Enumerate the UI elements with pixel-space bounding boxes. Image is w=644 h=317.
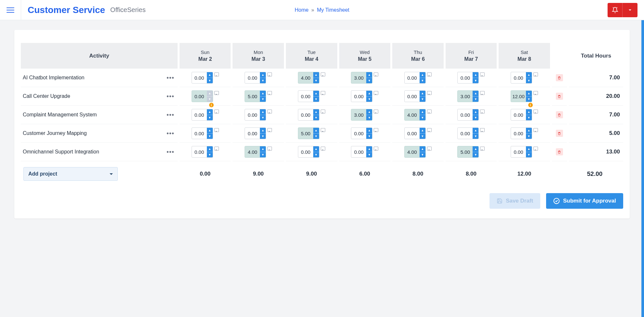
step-down-button[interactable]: ▼	[420, 97, 425, 102]
hours-input[interactable]	[245, 109, 260, 120]
step-up-button[interactable]: ▲	[420, 91, 425, 97]
step-down-button[interactable]: ▼	[260, 97, 266, 102]
step-up-button[interactable]: ▲	[526, 146, 532, 152]
step-up-button[interactable]: ▲	[473, 109, 478, 115]
step-down-button[interactable]: ▼	[526, 97, 532, 102]
hours-input[interactable]	[405, 146, 420, 157]
step-down-button[interactable]: ▼	[526, 115, 532, 121]
step-down-button[interactable]: ▼	[526, 152, 532, 158]
note-icon[interactable]	[267, 147, 272, 151]
step-down-button[interactable]: ▼	[207, 152, 213, 158]
hours-input[interactable]	[511, 91, 526, 102]
step-down-button[interactable]: ▼	[260, 78, 266, 84]
step-up-button[interactable]: ▲	[207, 146, 213, 152]
note-icon[interactable]	[427, 128, 432, 132]
hours-input[interactable]	[458, 72, 473, 83]
hours-input[interactable]	[405, 72, 420, 83]
note-icon[interactable]	[321, 110, 325, 113]
row-menu-icon[interactable]: •••	[164, 93, 177, 100]
add-project-dropdown[interactable]: Add project	[23, 167, 118, 181]
note-icon[interactable]	[480, 73, 485, 76]
submit-approval-button[interactable]: Submit for Approval	[546, 193, 623, 209]
note-icon[interactable]	[321, 128, 325, 132]
step-up-button[interactable]: ▲	[526, 109, 532, 115]
note-icon[interactable]	[533, 128, 538, 132]
note-icon[interactable]	[214, 147, 219, 151]
hours-input[interactable]	[511, 72, 526, 83]
step-up-button[interactable]: ▲	[473, 128, 478, 134]
step-up-button[interactable]: ▲	[260, 109, 266, 115]
note-icon[interactable]	[214, 73, 219, 76]
step-down-button[interactable]: ▼	[420, 78, 425, 84]
row-menu-icon[interactable]: •••	[164, 148, 177, 156]
hours-input[interactable]	[192, 146, 207, 157]
hours-input[interactable]	[405, 91, 420, 102]
hours-input[interactable]	[511, 128, 526, 139]
breadcrumb-home[interactable]: Home	[295, 7, 309, 13]
step-up-button[interactable]: ▲	[260, 91, 266, 97]
note-icon[interactable]	[533, 110, 538, 113]
notification-dropdown-button[interactable]	[623, 3, 637, 17]
hours-input[interactable]	[351, 91, 366, 102]
note-icon[interactable]	[214, 128, 219, 132]
delete-row-button[interactable]	[556, 111, 563, 118]
step-down-button[interactable]: ▼	[420, 134, 425, 139]
hours-input[interactable]	[458, 91, 473, 102]
step-down-button[interactable]: ▼	[260, 152, 266, 158]
note-icon[interactable]	[427, 110, 432, 113]
hours-input[interactable]	[351, 72, 366, 83]
hours-input[interactable]	[458, 109, 473, 120]
note-icon[interactable]	[374, 91, 378, 95]
hours-input[interactable]	[245, 146, 260, 157]
note-icon[interactable]	[480, 128, 485, 132]
step-up-button[interactable]: ▲	[473, 146, 478, 152]
step-up-button[interactable]: ▲	[366, 128, 372, 134]
step-up-button[interactable]: ▲	[473, 72, 478, 78]
step-up-button[interactable]: ▲	[420, 128, 425, 134]
note-icon[interactable]	[427, 147, 432, 151]
hours-input[interactable]	[351, 109, 366, 120]
hours-input[interactable]	[405, 109, 420, 120]
step-down-button[interactable]: ▼	[313, 134, 319, 139]
step-down-button[interactable]: ▼	[207, 134, 213, 139]
hours-input[interactable]	[192, 91, 207, 102]
note-icon[interactable]	[321, 91, 325, 95]
hours-input[interactable]	[192, 109, 207, 120]
step-up-button[interactable]: ▲	[260, 128, 266, 134]
step-up-button[interactable]: ▲	[313, 109, 319, 115]
hours-input[interactable]	[351, 128, 366, 139]
step-down-button[interactable]: ▼	[473, 152, 478, 158]
step-up-button[interactable]: ▲	[313, 72, 319, 78]
delete-row-button[interactable]	[556, 93, 563, 100]
hours-input[interactable]	[298, 146, 313, 157]
step-up-button[interactable]: ▲	[207, 72, 213, 78]
step-up-button[interactable]: ▲	[313, 91, 319, 97]
step-down-button[interactable]: ▼	[526, 134, 532, 139]
hours-input[interactable]	[298, 91, 313, 102]
hamburger-menu-icon[interactable]	[7, 6, 14, 14]
delete-row-button[interactable]	[556, 148, 563, 155]
hours-input[interactable]	[298, 109, 313, 120]
step-down-button[interactable]: ▼	[260, 115, 266, 121]
note-icon[interactable]	[533, 147, 538, 151]
delete-row-button[interactable]	[556, 74, 563, 81]
warning-icon[interactable]: i	[528, 103, 533, 107]
scrollbar[interactable]	[641, 20, 644, 228]
step-down-button[interactable]: ▼	[473, 115, 478, 121]
step-down-button[interactable]: ▼	[473, 97, 478, 102]
step-up-button[interactable]: ▲	[526, 72, 532, 78]
hours-input[interactable]	[405, 128, 420, 139]
step-down-button[interactable]: ▼	[366, 97, 372, 102]
step-up-button[interactable]: ▲	[313, 128, 319, 134]
step-down-button[interactable]: ▼	[366, 134, 372, 139]
step-down-button[interactable]: ▼	[313, 97, 319, 102]
note-icon[interactable]	[267, 110, 272, 113]
note-icon[interactable]	[214, 110, 219, 113]
step-up-button[interactable]: ▲	[366, 72, 372, 78]
hours-input[interactable]	[298, 128, 313, 139]
step-up-button[interactable]: ▲	[207, 128, 213, 134]
hours-input[interactable]	[351, 146, 366, 157]
step-down-button[interactable]: ▼	[207, 115, 213, 121]
note-icon[interactable]	[214, 91, 219, 95]
step-down-button[interactable]: ▼	[473, 134, 478, 139]
